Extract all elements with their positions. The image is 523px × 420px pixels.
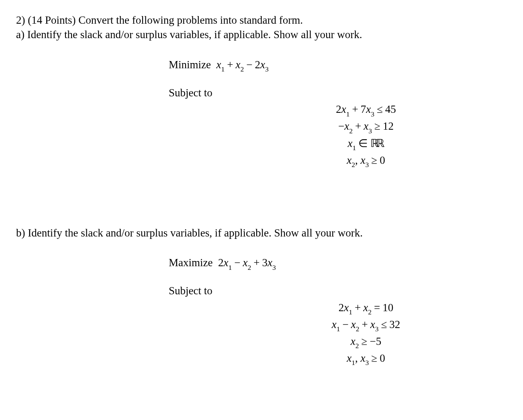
constraint-b-2: x1−x2+x3≤32 — [312, 317, 420, 334]
objective-label-a: Minimize — [169, 59, 211, 71]
question-header: 2) (14 Points) Convert the following pro… — [16, 13, 507, 27]
subject-to-b: Subject to — [169, 283, 507, 298]
constraint-b-1: 2x1+x2=10 — [312, 300, 420, 317]
subject-to-a: Subject to — [169, 86, 507, 100]
objective-label-b: Maximize — [169, 257, 212, 269]
part-a-objective: Minimize x1+x2−2x3 — [169, 57, 507, 73]
constraint-a-3: x1∈ℝℝ — [312, 136, 420, 153]
constraint-a-2: −x2+x3≥12 — [312, 118, 420, 135]
constraints-b: 2x1+x2=10 x1−x2+x3≤32 x2≥−5 x1, x3≥0 — [225, 300, 507, 367]
constraint-a-4: x2, x3≥0 — [312, 153, 420, 169]
constraints-a: 2x1+7x3≤45 −x2+x3≥12 x1∈ℝℝ x2, x3≥0 — [225, 102, 507, 169]
constraint-a-1: 2x1+7x3≤45 — [312, 102, 420, 118]
part-a-math: Minimize x1+x2−2x3 Subject to 2x1+7x3≤45… — [169, 57, 507, 169]
part-b-math: Maximize 2x1−x2+3x3 Subject to 2x1+x2=10… — [169, 255, 507, 367]
part-b-intro: b) Identify the slack and/or surplus var… — [16, 226, 507, 240]
part-a-intro: a) Identify the slack and/or surplus var… — [16, 27, 507, 42]
constraint-b-4: x1, x3≥0 — [312, 351, 420, 367]
part-b-objective: Maximize 2x1−x2+3x3 — [169, 255, 507, 271]
constraint-b-3: x2≥−5 — [312, 334, 420, 351]
